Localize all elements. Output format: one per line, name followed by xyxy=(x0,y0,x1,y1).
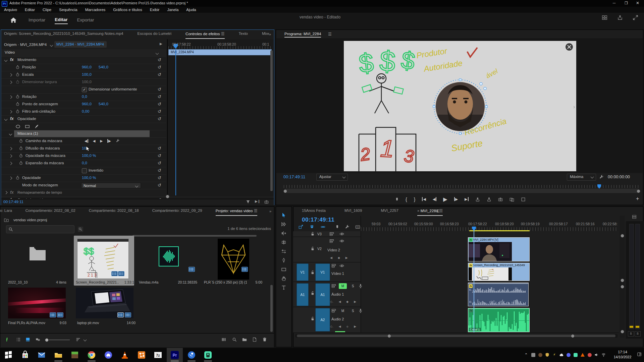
param-value[interactable]: 960,0 xyxy=(82,65,92,69)
menu-sequ-ncia[interactable]: Sequência xyxy=(59,8,77,12)
stopwatch-icon[interactable] xyxy=(19,161,23,165)
reset-icon[interactable]: ↺ xyxy=(158,57,161,62)
timeline-display-settings-icon[interactable] xyxy=(632,215,637,219)
param-value[interactable]: 0,0 xyxy=(82,161,87,165)
track-a1-target-button[interactable]: A1 xyxy=(315,283,330,306)
mark-out-button[interactable]: } xyxy=(414,197,416,202)
stopwatch-icon[interactable] xyxy=(15,65,20,69)
reset-icon[interactable]: ↺ xyxy=(158,168,161,173)
project-item-plr-s-250-x-250-px-3-1[interactable]: PLR`S (250 x 250 px) (3) (1)…5:00 xyxy=(203,236,263,286)
timeline-panel-menu-icon[interactable]: ☰ xyxy=(436,209,440,214)
checkbox[interactable] xyxy=(82,168,87,173)
blend-mode-dropdown[interactable]: Normal xyxy=(81,183,141,188)
notification-center-icon[interactable] xyxy=(637,352,642,357)
solo-button-a2[interactable]: S xyxy=(349,308,357,314)
scrubber-right-handle[interactable] xyxy=(637,189,640,193)
taskbar-start-icon[interactable] xyxy=(4,350,13,360)
stopwatch-icon[interactable] xyxy=(19,139,23,143)
playback-resolution-dropdown[interactable]: Máxima xyxy=(567,174,596,181)
menu-ajuda[interactable]: Ajuda xyxy=(186,8,196,12)
track-v3-id[interactable]: V3 xyxy=(317,232,322,236)
mark-in-button[interactable]: { xyxy=(406,197,407,202)
program-settings-wrench-icon[interactable] xyxy=(599,175,604,179)
toggle-track-output-icon[interactable] xyxy=(339,232,344,236)
extract-button[interactable] xyxy=(487,197,491,201)
source-patch-icon[interactable] xyxy=(331,284,336,288)
track-resize-handle[interactable] xyxy=(621,279,624,282)
tray-vlc-icon[interactable] xyxy=(580,352,585,358)
delete-icon[interactable] xyxy=(262,337,267,342)
reset-icon[interactable]: ↺ xyxy=(158,65,161,70)
workspace-tab-importar[interactable]: Importar xyxy=(29,17,45,24)
reset-icon[interactable]: ↺ xyxy=(158,116,161,121)
source-patch-icon[interactable] xyxy=(331,263,336,268)
reset-icon[interactable]: ↺ xyxy=(158,94,161,99)
panel-menu-icon[interactable]: ☰ xyxy=(253,208,257,213)
source-a1-button[interactable]: A1 xyxy=(297,283,309,306)
param-value[interactable]: 100,0 % xyxy=(82,154,96,158)
rectangle-tool[interactable] xyxy=(281,267,287,273)
menu-clipe[interactable]: Clipe xyxy=(43,8,51,12)
param-value[interactable]: 100,0 xyxy=(82,80,92,84)
go-to-out-button[interactable]: ▶ xyxy=(465,197,468,201)
taskbar-explorer-icon[interactable] xyxy=(54,350,63,360)
timeline-h-scroll-thumb[interactable] xyxy=(297,335,615,337)
bin-path[interactable]: vendas video.prproj xyxy=(13,218,47,222)
play-around-icon[interactable]: ▶ xyxy=(160,42,162,46)
project-item-final-plrs-alpha-mov[interactable]: Final PLRs ALPHA.mov9:03 xyxy=(7,287,67,334)
menu-editar[interactable]: Editar xyxy=(25,8,35,12)
stopwatch-icon[interactable] xyxy=(15,102,20,106)
button-editor-plus-icon[interactable]: + xyxy=(636,196,639,202)
timeline-settings-wrench-icon[interactable] xyxy=(345,225,350,229)
ecp-tab-origem-screen-recording-20221010-145349-samsung-notes-mp4[interactable]: Origem: Screen_Recording_20221010_145349… xyxy=(4,32,123,39)
taskbar-7zip-icon[interactable]: 7z xyxy=(153,350,163,360)
timeline-tab-mvi-1609[interactable]: MVI_1609 xyxy=(344,208,362,216)
ecp-vertical-scrollbar[interactable] xyxy=(270,50,273,191)
menu-gr-ficos-e-t-tulos[interactable]: Gráficos e títulos xyxy=(113,8,142,12)
twirl-icon[interactable] xyxy=(9,177,12,180)
track-select-tool[interactable] xyxy=(281,222,287,227)
track-a2-label[interactable]: Áudio 2 xyxy=(331,317,344,321)
reset-icon[interactable]: ↺ xyxy=(158,87,161,92)
project-tab-compartimento-2022-08-18[interactable]: Compartimento: 2022_08_18 xyxy=(89,208,139,216)
ecp-tab-texto[interactable]: Texto xyxy=(239,32,248,39)
reset-icon[interactable]: ↺ xyxy=(158,153,161,158)
taskbar-vlc-icon[interactable] xyxy=(120,350,129,360)
voiceover-mic-icon[interactable] xyxy=(358,308,363,313)
tray-camo-icon[interactable] xyxy=(573,352,578,358)
clip-v2[interactable]: fx MVI_2284.MP4 [V] xyxy=(468,237,530,261)
sort-icon[interactable] xyxy=(76,337,80,342)
taskbar-premiere-icon[interactable]: Pr xyxy=(170,350,179,360)
twirl-icon[interactable] xyxy=(9,162,12,165)
lock-icon[interactable] xyxy=(310,246,315,251)
tray-cloud-icon[interactable] xyxy=(558,352,564,358)
extract-icon[interactable] xyxy=(487,197,491,202)
tray-network-icon[interactable] xyxy=(601,352,606,358)
param-value[interactable]: 540,0 xyxy=(99,65,108,69)
ecp-tab-mixer-de[interactable]: Mixer de xyxy=(262,32,269,39)
mute-button-a2[interactable]: M xyxy=(339,308,347,314)
lock-icon[interactable] xyxy=(310,232,315,236)
ripple-edit-tool[interactable] xyxy=(281,231,287,236)
timeline-zoom-handle-left[interactable] xyxy=(387,334,391,338)
voiceover-mic-icon[interactable] xyxy=(358,284,363,288)
add-marker-icon[interactable] xyxy=(395,197,399,201)
track-a1-label[interactable]: Áudio 1 xyxy=(331,292,344,296)
twirl-icon[interactable] xyxy=(9,96,12,99)
taskbar-store-icon[interactable] xyxy=(20,350,30,360)
maximize-button[interactable]: ❐ xyxy=(621,0,632,7)
pen-tool[interactable] xyxy=(281,258,287,263)
lock-icon[interactable] xyxy=(310,291,315,295)
multi-camera-icon[interactable] xyxy=(521,197,526,202)
reset-icon[interactable]: ↺ xyxy=(158,161,161,166)
menu-exibir[interactable]: Exibir xyxy=(150,8,160,12)
program-video-frame[interactable]: $ $ $ Produtor Autoridade ável Recorrênc… xyxy=(344,41,576,171)
clip-v1[interactable]: fx Screen_Recording_20221010_145349 xyxy=(468,263,530,281)
param-value[interactable]: 540,0 xyxy=(99,102,108,106)
snap-magnet-icon[interactable] xyxy=(310,225,314,229)
taskbar-camo-icon[interactable] xyxy=(203,350,213,360)
stopwatch-icon[interactable] xyxy=(15,109,20,114)
track-a2-target-button[interactable]: A2 xyxy=(315,308,330,331)
project-item-screen-recording-20221[interactable]: $$ 2 1 3 Screen_Recording_20221…1:33:1 xyxy=(74,236,135,286)
export-frame-icon[interactable] xyxy=(498,197,503,202)
